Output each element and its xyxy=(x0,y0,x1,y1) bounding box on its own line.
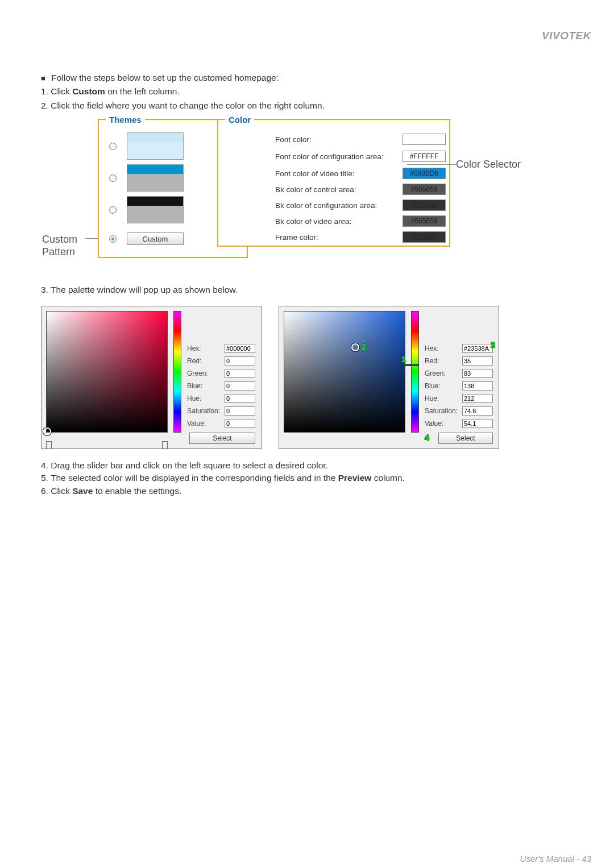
step-3: 3. The palette window will pop up as sho… xyxy=(41,284,573,296)
step1-bold: Custom xyxy=(72,86,105,96)
val-label: Value: xyxy=(425,420,460,427)
theme-thumb-dark xyxy=(127,196,184,223)
color-row-font-cfg: Font color of configuration area: #FFFFF… xyxy=(275,151,446,162)
page-footer: User's Manual - 43 xyxy=(0,849,614,868)
select-button[interactable]: Select xyxy=(438,433,493,444)
color-row-bk-cfg: Bk color of configuration area: #323232 xyxy=(275,200,446,211)
custom-button[interactable]: Custom xyxy=(127,232,184,245)
annot-line xyxy=(407,164,456,165)
red-input[interactable] xyxy=(225,356,255,366)
page: VIVOTEK ■ Follow the steps below to set … xyxy=(0,0,614,868)
sv-color-area[interactable] xyxy=(46,311,168,433)
sat-label: Saturation: xyxy=(425,407,460,415)
color-fields: Hex: Red: Green: Blue: Hue: Saturation: … xyxy=(425,344,493,444)
brightness-slider[interactable] xyxy=(46,443,168,447)
hex-label: Hex: xyxy=(425,344,460,352)
step6-a: 6. Click xyxy=(41,486,72,496)
radio-icon[interactable] xyxy=(109,206,117,214)
color-label: Font color of video title: xyxy=(275,169,355,178)
color-swatch-input[interactable]: #323232 xyxy=(403,200,446,211)
page-header: VIVOTEK xyxy=(0,0,614,51)
radio-icon[interactable] xyxy=(109,143,117,150)
theme-thumb-blue xyxy=(127,164,184,192)
slider-handle-icon[interactable] xyxy=(46,441,52,449)
red-input[interactable] xyxy=(462,356,493,366)
palette-figures: Hex: Red: Green: Blue: Hue: Saturation: … xyxy=(41,306,573,449)
color-swatch-input[interactable]: #565656 xyxy=(403,215,446,227)
step-1: 1. Click Custom on the left column. xyxy=(41,85,573,98)
sat-label: Saturation: xyxy=(187,407,222,415)
color-swatch-input[interactable]: #565656 xyxy=(403,184,446,195)
color-label: Font color: xyxy=(275,135,312,144)
sat-input[interactable] xyxy=(225,406,255,416)
intro-lead-text: Follow the steps below to set up the cus… xyxy=(51,73,279,82)
custom-pattern-annot: Custom Pattern xyxy=(42,234,77,258)
step1-a: 1. Click xyxy=(41,86,72,96)
step6-c: to enable the settings. xyxy=(93,486,181,496)
step5-bold: Preview xyxy=(338,473,372,483)
color-row-bk-ctrl: Bk color of control area: #565656 xyxy=(275,184,446,195)
green-label: Green: xyxy=(425,369,460,377)
red-label: Red: xyxy=(187,357,222,365)
step-5: 5. The selected color will be displayed … xyxy=(41,472,573,484)
step-6: 6. Click Save to enable the settings. xyxy=(41,485,573,497)
palette-window-2: 2 1 Hex: Red: Green: Blue: Hue: Saturati… xyxy=(279,306,499,449)
color-swatch-input[interactable]: #FFFFFF xyxy=(403,151,446,162)
footer-text: User's Manual - 43 xyxy=(520,854,591,863)
step6-bold: Save xyxy=(72,486,93,496)
color-label: Font color of configuration area: xyxy=(275,152,384,161)
hue-input[interactable] xyxy=(462,394,493,403)
step1-c: on the left column. xyxy=(105,86,180,96)
green-input[interactable] xyxy=(225,369,255,378)
red-label: Red: xyxy=(425,357,460,365)
color-legend: Color xyxy=(225,115,254,124)
color-row-frame: Frame color: #323232 xyxy=(275,231,446,243)
hue-label: Hue: xyxy=(425,394,460,402)
step-2: 2. Click the field where you want to cha… xyxy=(41,99,573,112)
theme-thumb-light xyxy=(127,132,184,160)
color-row-bk-video: Bk color of video area: #565656 xyxy=(275,215,446,227)
step5-a: 5. The selected color will be displayed … xyxy=(41,473,338,483)
badge-2: 2 xyxy=(362,342,371,351)
palette-window-1: Hex: Red: Green: Blue: Hue: Saturation: … xyxy=(41,306,262,449)
radio-icon[interactable] xyxy=(109,175,117,182)
themes-legend: Themes xyxy=(106,115,145,124)
picker-cursor-icon[interactable] xyxy=(351,343,359,351)
color-selector-annot: Color Selector xyxy=(456,159,521,171)
color-row-font-color: Font color: xyxy=(275,134,446,145)
picker-cursor-icon[interactable] xyxy=(43,427,51,435)
select-button[interactable]: Select xyxy=(189,433,255,444)
hue-slider[interactable] xyxy=(173,311,181,433)
brand-label: VIVOTEK xyxy=(542,30,591,42)
hex-input[interactable] xyxy=(462,344,493,353)
hue-input[interactable] xyxy=(225,394,255,403)
color-label: Frame color: xyxy=(275,233,318,242)
after-steps: 4. Drag the slider bar and click on the … xyxy=(41,459,573,497)
blue-label: Blue: xyxy=(187,382,222,390)
intro-lead: ■ Follow the steps below to set up the c… xyxy=(41,72,573,84)
hue-slider[interactable]: 1 xyxy=(411,311,419,433)
blue-input[interactable] xyxy=(225,381,255,391)
color-fieldset: Color Font color: Font color of configur… xyxy=(217,119,450,247)
blue-input[interactable] xyxy=(462,381,493,391)
color-label: Bk color of video area: xyxy=(275,217,351,226)
color-swatch-input[interactable]: #323232 xyxy=(403,231,446,243)
color-swatch-input[interactable] xyxy=(403,134,446,145)
badge-4: 4 xyxy=(425,433,434,442)
green-input[interactable] xyxy=(462,369,493,378)
step-4: 4. Drag the slider bar and click on the … xyxy=(41,459,573,472)
square-bullet-icon: ■ xyxy=(41,74,45,82)
radio-icon-selected[interactable] xyxy=(109,235,117,243)
green-label: Green: xyxy=(187,369,222,377)
val-input[interactable] xyxy=(225,419,255,428)
color-label: Bk color of control area: xyxy=(275,185,356,194)
step5-c: column. xyxy=(371,473,405,483)
hue-thumb-icon[interactable] xyxy=(404,364,418,366)
slider-handle-icon[interactable] xyxy=(162,441,168,449)
hex-input[interactable] xyxy=(225,344,255,353)
sat-input[interactable] xyxy=(462,406,493,416)
val-input[interactable] xyxy=(462,419,493,428)
color-swatch-input[interactable]: #098BD6 xyxy=(403,168,446,179)
sv-color-area[interactable]: 2 xyxy=(284,311,405,433)
val-label: Value: xyxy=(187,420,222,427)
